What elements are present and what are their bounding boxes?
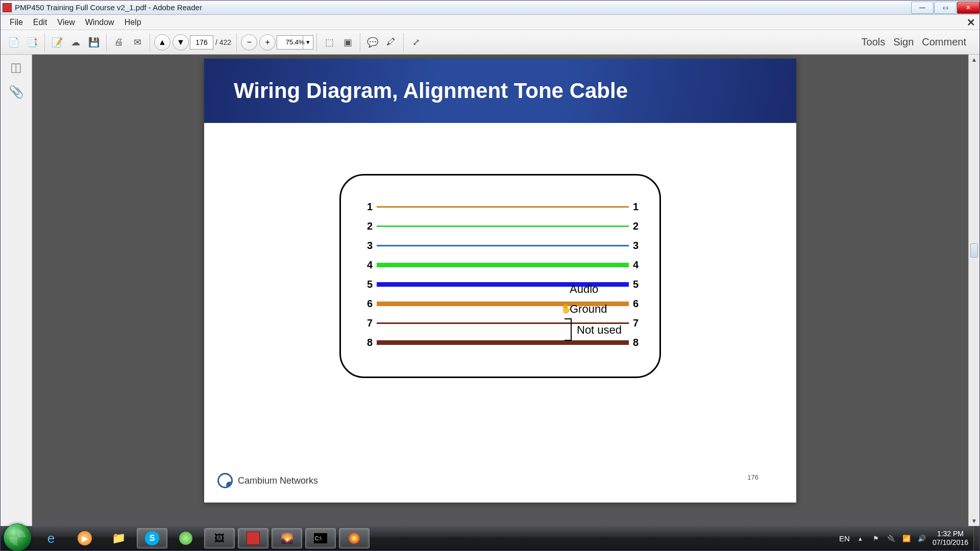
wire-right-num: 4 (633, 259, 644, 271)
wire-line (377, 245, 629, 246)
attachments-icon[interactable]: 📎 (9, 84, 24, 99)
wire-row-5: 55 (361, 278, 644, 291)
page-number-input[interactable] (190, 35, 213, 49)
cloud-icon[interactable]: ☁ (67, 34, 84, 51)
tray-flag-icon[interactable]: ⚑ (871, 534, 880, 543)
taskbar-image-viewer[interactable]: 🖼 (204, 528, 235, 548)
page-viewport[interactable]: Wiring Diagram, Alignment Tone Cable 112… (32, 55, 968, 526)
wire-left-num: 5 (361, 279, 373, 290)
wire-row-3: 33 (361, 239, 644, 252)
bracket-notused (565, 318, 572, 341)
sign-link[interactable]: Sign (893, 36, 914, 48)
minimize-button[interactable]: — (911, 2, 934, 14)
scroll-up-button[interactable]: ▲ (969, 55, 979, 65)
window-controls: — ▭ ✕ (911, 2, 979, 14)
taskbar-app-green[interactable] (170, 528, 201, 548)
taskbar-media-player[interactable]: ▶ (69, 528, 100, 548)
taskbar-skype[interactable]: S (137, 528, 167, 548)
tray-network-icon[interactable]: 📶 (902, 534, 911, 543)
tray-time: 1:32 PM (933, 530, 968, 538)
document-area: ◫ 📎 Wiring Diagram, Alignment Tone Cable… (1, 55, 979, 526)
footer-logo-text: Cambium Networks (238, 475, 318, 486)
tray-power-icon[interactable]: 🔌 (887, 534, 896, 543)
fit-page-icon[interactable]: ⬚ (321, 34, 337, 51)
toolbar: 📄 📑 📝 ☁ 💾 🖨 ✉ ▲ ▼ / 422 − + 75.4% ▾ ⬚ ▣ … (1, 30, 979, 55)
taskbar-cmd[interactable]: C:\ (305, 528, 336, 548)
slide-body: 1122334455667788 Audio Ground Not used ✋ (204, 123, 796, 378)
vertical-scrollbar[interactable]: ▲ ▼ (968, 55, 979, 526)
close-button[interactable]: ✕ (957, 2, 979, 14)
open-icon[interactable]: 📄 (6, 34, 22, 51)
zoom-select[interactable]: 75.4% ▾ (277, 35, 313, 49)
wire-line (377, 206, 629, 208)
taskbar-adobe-reader[interactable] (238, 528, 268, 548)
tools-link[interactable]: Tools (862, 36, 886, 48)
create-pdf-icon[interactable]: 📑 (24, 34, 40, 51)
taskbar-photos[interactable]: 🌄 (272, 528, 302, 548)
comment-link[interactable]: Comment (922, 36, 966, 48)
wire-left-num: 6 (361, 298, 373, 310)
export-icon[interactable]: 📝 (49, 34, 65, 51)
cambium-logo-icon (217, 473, 233, 488)
tray-chevron-up-icon[interactable]: ▴ (856, 534, 865, 543)
scroll-thumb[interactable] (970, 243, 978, 258)
wire-left-num: 3 (361, 240, 373, 252)
maximize-button[interactable]: ▭ (934, 2, 957, 14)
thumbnails-icon[interactable]: ◫ (9, 60, 24, 75)
wire-left-num: 4 (361, 259, 373, 271)
right-actions: Tools Sign Comment (862, 36, 975, 48)
scroll-down-button[interactable]: ▼ (969, 516, 979, 526)
window-title: PMP450 Training Full Course v2_1.pdf - A… (15, 3, 911, 12)
wire-left-num: 1 (361, 201, 373, 213)
tray-clock[interactable]: 1:32 PM 07/10/2016 (933, 530, 968, 547)
wire-row-8: 88 (361, 336, 644, 349)
wire-right-num: 3 (633, 240, 644, 252)
language-indicator[interactable]: EN (839, 534, 850, 543)
menu-file[interactable]: File (5, 16, 28, 29)
wire-right-num: 5 (633, 279, 644, 290)
page-up-button[interactable]: ▲ (154, 34, 170, 51)
page-down-button[interactable]: ▼ (173, 34, 189, 51)
label-audio: Audio (570, 283, 598, 296)
zoom-in-button[interactable]: + (259, 34, 276, 51)
taskbar-ie[interactable]: e (36, 528, 66, 548)
taskbar-explorer[interactable]: 📁 (103, 528, 134, 548)
chevron-down-icon: ▾ (303, 36, 313, 49)
slide-page-number: 176 (747, 473, 758, 481)
wire-right-num: 8 (633, 337, 644, 348)
wire-right-num: 1 (633, 201, 644, 213)
slide-title: Wiring Diagram, Alignment Tone Cable (234, 79, 628, 103)
wire-row-2: 22 (361, 219, 644, 233)
tray-volume-icon[interactable]: 🔊 (917, 534, 926, 543)
footer-logo: Cambium Networks (217, 473, 318, 488)
close-document-button[interactable]: ✕ (967, 16, 975, 29)
menu-window[interactable]: Window (80, 16, 119, 29)
start-button[interactable] (4, 523, 31, 551)
wire-right-num: 6 (633, 298, 644, 310)
wire-left-num: 8 (361, 337, 373, 348)
print-icon[interactable]: 🖨 (111, 34, 127, 51)
highlight-icon[interactable]: 🖍 (383, 34, 399, 51)
slide-header: Wiring Diagram, Alignment Tone Cable (204, 59, 796, 123)
taskbar: e ▶ 📁 S 🖼 🌄 C:\ EN ▴ ⚑ 🔌 📶 🔊 1:32 PM 07/… (1, 526, 979, 550)
wire-row-4: 44 (361, 258, 644, 271)
sticky-note-icon[interactable]: 💬 (364, 34, 381, 51)
wiring-diagram: 1122334455667788 Audio Ground Not used ✋ (339, 174, 661, 378)
menubar: File Edit View Window Help ✕ (1, 15, 979, 30)
app-window: PMP450 Training Full Course v2_1.pdf - A… (0, 0, 980, 551)
label-ground: Ground (570, 303, 607, 316)
email-icon[interactable]: ✉ (129, 34, 145, 51)
wire-row-1: 11 (361, 200, 644, 213)
taskbar-recorder[interactable] (339, 528, 370, 548)
wire-line (377, 263, 629, 267)
save-icon[interactable]: 💾 (86, 34, 102, 51)
zoom-out-button[interactable]: − (241, 34, 257, 51)
fit-width-icon[interactable]: ▣ (339, 34, 356, 51)
show-desktop-button[interactable] (973, 526, 979, 550)
app-icon (3, 3, 12, 12)
menu-help[interactable]: Help (119, 16, 146, 29)
menu-edit[interactable]: Edit (28, 16, 53, 29)
read-mode-icon[interactable]: ⤢ (408, 34, 424, 51)
menu-view[interactable]: View (52, 16, 80, 29)
side-panel-rail: ◫ 📎 (1, 55, 32, 526)
